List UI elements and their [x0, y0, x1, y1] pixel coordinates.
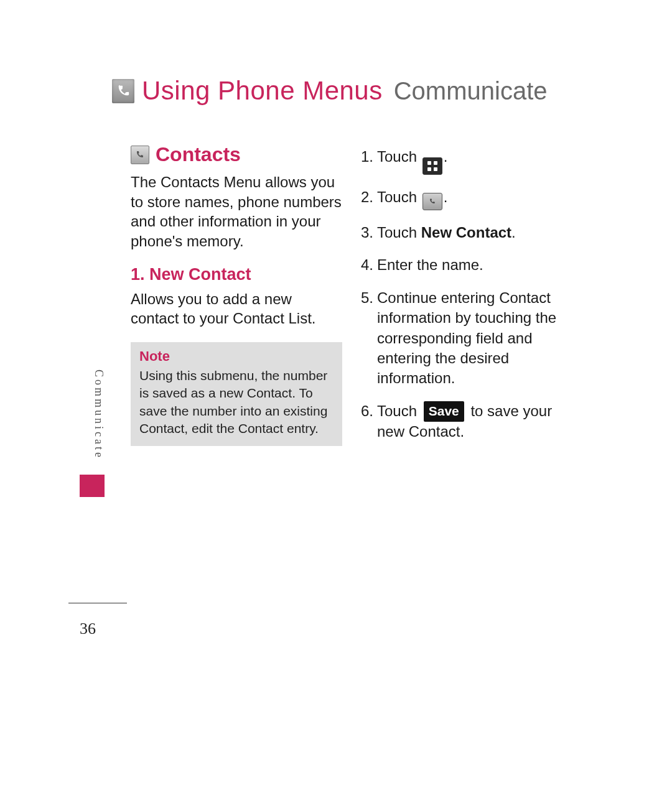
page-number: 36: [80, 620, 96, 638]
left-column: Contacts The Contacts Menu allows you to…: [131, 143, 342, 454]
step-4: 4. Enter the name.: [361, 255, 572, 275]
step-2: 2. Touch .: [361, 187, 572, 210]
save-button-graphic: Save: [424, 401, 464, 422]
subsection-text: Allows you to add a new contact to your …: [131, 289, 342, 328]
note-title: Note: [139, 348, 334, 365]
content-columns: Contacts The Contacts Menu allows you to…: [131, 143, 579, 454]
step-text: Touch: [377, 188, 421, 205]
step-text: Continue entering Contact information by…: [377, 288, 572, 389]
section-title: Contacts: [156, 143, 241, 166]
apps-grid-icon: [422, 157, 442, 175]
step-text: Touch: [377, 148, 421, 165]
step-text: Touch: [377, 224, 421, 241]
contacts-icon: [131, 146, 149, 164]
phone-icon: [112, 79, 134, 103]
step-5: 5. Continue entering Contact information…: [361, 288, 572, 389]
step-text: .: [444, 188, 448, 205]
steps-list: 1. Touch . 2. Touch: [361, 147, 572, 442]
step-text: Enter the name.: [377, 255, 572, 275]
chapter-title-main: Using Phone Menus: [142, 76, 383, 106]
note-text: Using this submenu, the number is saved …: [139, 367, 334, 437]
phone-app-icon: [422, 193, 442, 210]
footer-rule: [68, 603, 127, 603]
chapter-heading: Using Phone Menus Communicate: [112, 76, 548, 106]
section-text: The Contacts Menu allows you to store na…: [131, 172, 342, 251]
step-text: .: [511, 224, 516, 241]
right-column: 1. Touch . 2. Touch: [361, 143, 572, 454]
chapter-title-sub: Communicate: [394, 77, 548, 105]
section-heading: Contacts: [131, 143, 342, 166]
step-bold: New Contact: [421, 224, 511, 241]
subsection-title: 1. New Contact: [131, 265, 342, 284]
step-6: 6. Touch Save to save your new Contact.: [361, 401, 572, 442]
note-box: Note Using this submenu, the number is s…: [131, 342, 342, 446]
step-1: 1. Touch .: [361, 147, 572, 175]
step-3: 3. Touch New Contact.: [361, 223, 572, 243]
side-tab-label: Communicate: [92, 369, 105, 460]
side-tab-marker: [80, 475, 105, 497]
step-text: .: [444, 148, 448, 165]
manual-page: Using Phone Menus Communicate Contacts T…: [0, 0, 672, 790]
step-text: Touch: [377, 402, 421, 419]
